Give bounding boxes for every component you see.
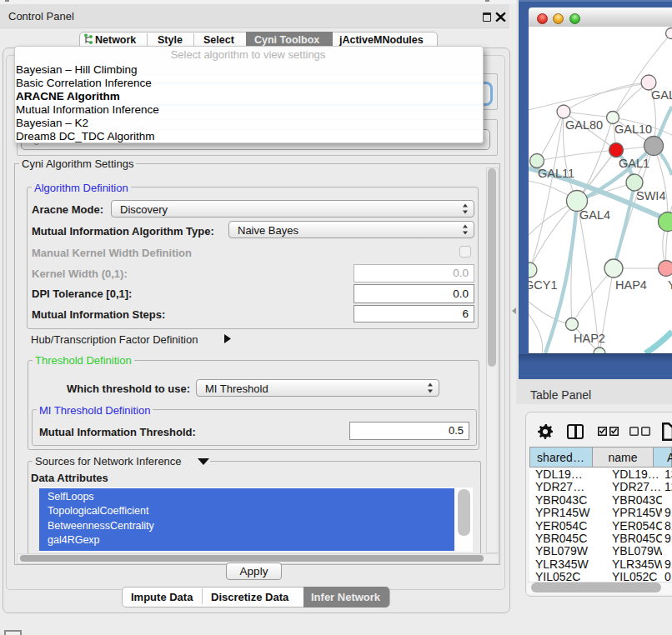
svg-text:GAL7: GAL7 [651, 88, 672, 102]
svg-text:GAL80: GAL80 [565, 118, 603, 132]
svg-text:GAL4: GAL4 [579, 208, 610, 222]
svg-text:HAP2: HAP2 [574, 332, 605, 345]
svg-text:GAL11: GAL11 [538, 167, 574, 180]
svg-text:SWI4: SWI4 [636, 189, 665, 202]
svg-text:GAL1: GAL1 [619, 157, 649, 170]
svg-text:GCY1: GCY1 [529, 278, 558, 292]
svg-text:GAL10: GAL10 [614, 122, 652, 136]
svg-text:Y: Y [668, 278, 672, 292]
svg-text:HAP4: HAP4 [615, 278, 647, 292]
